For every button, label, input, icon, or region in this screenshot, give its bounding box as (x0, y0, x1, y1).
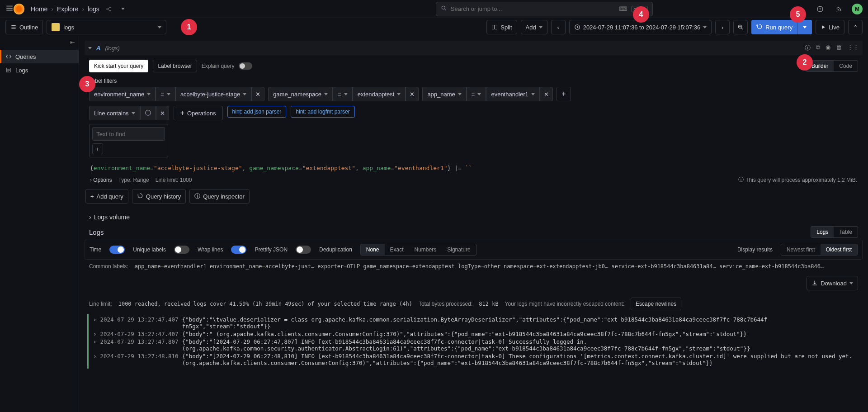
collapse-up-button[interactable]: ⌃ (848, 20, 863, 34)
label-filter[interactable]: game_namespace = extendapptest ✕ (268, 87, 419, 101)
hide-sidebar-icon[interactable]: ⇤ (70, 39, 75, 46)
add-filter-button[interactable]: + (557, 87, 571, 101)
prettify-json-toggle[interactable] (296, 246, 311, 254)
dedup-signature[interactable]: Signature (442, 244, 476, 255)
line-contains-remove[interactable]: ✕ (156, 106, 169, 120)
crumb-home[interactable]: Home (31, 5, 47, 13)
label-filter[interactable]: environment_name = accelbyte-justice-sta… (89, 87, 264, 101)
zoom-out-button[interactable] (733, 20, 748, 34)
share-icon[interactable] (103, 4, 114, 14)
options-toggle[interactable]: › Options (90, 177, 112, 183)
wrap-label: Wrap lines (198, 246, 223, 253)
filter-op[interactable]: = (156, 87, 175, 101)
explain-query-toggle[interactable] (239, 62, 252, 70)
copy-query-icon[interactable]: ⧉ (816, 44, 820, 52)
filter-key[interactable]: app_name (422, 87, 466, 101)
drag-handle-icon[interactable]: ⋮⋮ (847, 44, 859, 52)
crumb-logs[interactable]: logs (88, 5, 99, 13)
help-icon[interactable]: ? (814, 3, 826, 15)
dedup-exact[interactable]: Exact (385, 244, 409, 255)
live-button[interactable]: Live (816, 20, 844, 34)
log-line[interactable]: ›2024-07-29 13:27:47.807{"body":"[2024-0… (93, 338, 858, 352)
sidebar-item-logs[interactable]: Logs (0, 63, 79, 77)
time-next-button[interactable]: › (715, 20, 730, 34)
sort-group[interactable]: Newest first Oldest first (781, 244, 858, 256)
label-browser-button[interactable]: Label browser (153, 60, 197, 72)
hint-json-parser[interactable]: hint: add json parser (227, 106, 287, 118)
filter-op[interactable]: = (467, 87, 486, 101)
sidebar-item-queries[interactable]: Queries (0, 50, 79, 63)
escape-warn: Your logs might have incorrectly escaped… (505, 301, 624, 307)
grafana-logo[interactable] (14, 4, 24, 14)
filter-value[interactable]: accelbyte-justice-stage (175, 87, 251, 101)
search-input[interactable] (451, 5, 615, 12)
oldest-first[interactable]: Oldest first (821, 244, 857, 255)
logs-volume-toggle[interactable]: › Logs volume (85, 210, 863, 224)
kick-start-button[interactable]: Kick start your query (89, 60, 148, 72)
dedup-numbers[interactable]: Numbers (409, 244, 442, 255)
annotation-badge-4: 4 (633, 6, 649, 23)
log-timestamp: 2024-07-29 13:27:47.407 (100, 316, 179, 330)
operations-button[interactable]: +Operations (174, 106, 223, 120)
chevron-down-icon (158, 26, 161, 28)
filter-key[interactable]: environment_name (89, 87, 156, 101)
filter-value[interactable]: eventhandler1 (486, 87, 539, 101)
filter-remove-icon[interactable]: ✕ (251, 87, 264, 101)
log-line[interactable]: ›2024-07-29 13:27:48.810{"body":"[2024-0… (93, 352, 858, 367)
split-button[interactable]: Split (486, 20, 517, 34)
toggle-visibility-icon[interactable]: ◉ (826, 44, 830, 52)
menu-icon[interactable] (5, 4, 14, 14)
global-search[interactable]: ⌨ ctrl+k (436, 2, 653, 16)
crumb-explore[interactable]: Explore (57, 5, 78, 13)
logs-table-toggle[interactable]: Logs Table (811, 226, 858, 238)
run-query-button[interactable]: Run query (751, 20, 797, 34)
outline-button[interactable]: Outline (5, 20, 43, 34)
query-history-button[interactable]: Query history (132, 189, 186, 204)
table-tab[interactable]: Table (834, 227, 858, 237)
news-icon[interactable] (833, 3, 845, 15)
add-button[interactable]: Add (521, 20, 547, 34)
filter-value[interactable]: extendapptest (353, 87, 406, 101)
expand-icon[interactable]: › (93, 353, 97, 366)
log-line[interactable]: ›2024-07-29 13:27:47.407{"body":"\tvalue… (93, 316, 858, 330)
wrap-lines-toggle[interactable] (231, 246, 246, 254)
label-filter[interactable]: app_name = eventhandler1 ✕ (422, 87, 552, 101)
unique-labels-toggle[interactable] (174, 246, 189, 254)
add-query-button[interactable]: +Add query (85, 189, 128, 204)
filter-remove-icon[interactable]: ✕ (406, 87, 419, 101)
log-body: {"body":"[2024-07-29 06:27:48,810] INFO … (182, 353, 858, 366)
hint-logfmt-parser[interactable]: hint: add logfmt parser (291, 106, 354, 118)
time-toggle[interactable] (109, 246, 125, 254)
query-help-icon[interactable]: ⓘ (805, 44, 811, 52)
chevron-down-icon[interactable] (88, 47, 92, 49)
query-inspector-button[interactable]: ⓘQuery inspector (189, 189, 250, 204)
newest-first[interactable]: Newest first (781, 244, 821, 255)
datasource-select[interactable]: logs (47, 20, 166, 34)
filter-key[interactable]: game_namespace (268, 87, 333, 101)
query-header[interactable]: A (logs) 2 ⓘ ⧉ ◉ 🗑 ⋮⋮ (85, 41, 863, 55)
datasource-icon (52, 23, 60, 31)
add-line-filter-button[interactable]: + (92, 143, 103, 154)
filter-op[interactable]: = (333, 87, 353, 101)
code-tab[interactable]: Code (834, 61, 858, 71)
builder-code-toggle[interactable]: Builder Code (806, 60, 858, 72)
log-line[interactable]: ›2024-07-29 13:27:47.407{"body":" (org.a… (93, 330, 858, 338)
line-contains-input[interactable] (92, 127, 165, 141)
download-button[interactable]: Download (807, 276, 858, 290)
line-contains-info-icon[interactable]: ⓘ (140, 106, 156, 120)
line-contains-select[interactable]: Line contains (89, 106, 140, 120)
chevron-down-icon[interactable] (118, 4, 128, 14)
expand-icon[interactable]: › (93, 331, 97, 337)
time-prev-button[interactable]: ‹ (551, 20, 566, 34)
filter-remove-icon[interactable]: ✕ (540, 87, 553, 101)
expand-icon[interactable]: › (93, 316, 97, 330)
dedup-group[interactable]: None Exact Numbers Signature (360, 244, 476, 256)
delete-query-icon[interactable]: 🗑 (836, 44, 842, 52)
explain-query-label: Explain query (202, 63, 235, 69)
pretty-label: Prettify JSON (255, 246, 288, 253)
dedup-none[interactable]: None (361, 244, 385, 255)
avatar[interactable]: M (852, 4, 863, 14)
logs-tab[interactable]: Logs (811, 227, 834, 237)
escape-newlines-button[interactable]: Escape newlines (631, 298, 681, 310)
expand-icon[interactable]: › (93, 338, 97, 352)
